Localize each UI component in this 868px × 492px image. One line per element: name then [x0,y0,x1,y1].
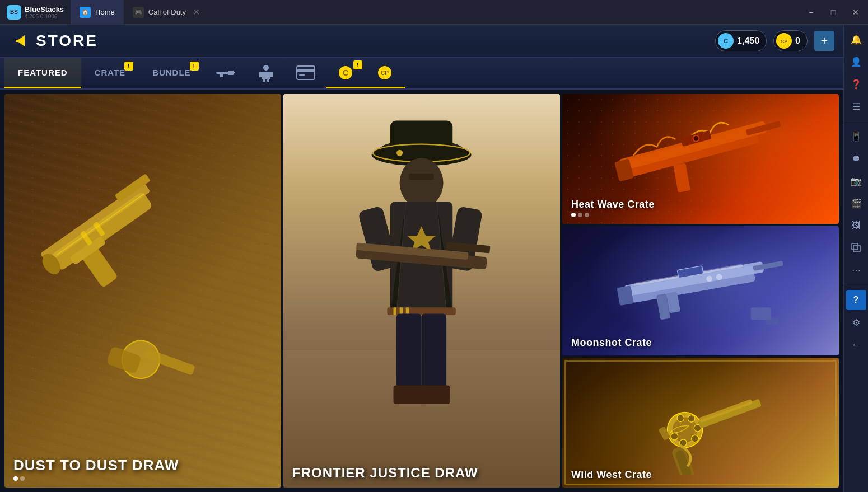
card-icon [296,65,315,80]
frontier-justice-item[interactable]: Frontier Justice Draw [283,94,560,488]
question-tool[interactable]: ? [846,290,866,310]
close-button[interactable]: ✕ [848,4,864,20]
more-tool[interactable]: ⋯ [846,260,866,280]
tab-weapon[interactable] [204,58,247,88]
tab-soldier[interactable] [247,58,285,88]
dust-to-dust-item[interactable]: DUST TO DUST DRAW [4,94,281,488]
soldier-icon [258,64,274,82]
frontier-label: Frontier Justice Draw [283,458,560,488]
hw-dot-2 [578,213,582,217]
help-tool[interactable]: ❓ [846,74,866,94]
svg-rect-46 [394,307,397,315]
svg-rect-76 [766,317,778,325]
svg-text:CP: CP [381,70,389,76]
svg-point-11 [263,65,269,71]
svg-point-9 [216,72,218,74]
moonshot-item[interactable]: Moonshot Crate [562,226,839,356]
dot-2 [20,476,25,481]
wild-west-label: Wild West Crate [562,462,839,488]
phone-tool[interactable]: 📱 [846,126,866,146]
sidebar-divider-2 [844,285,868,285]
svg-rect-42 [409,174,435,180]
heat-wave-label: Heat Wave Crate [562,192,839,224]
cp-amount: 0 [795,36,800,46]
moonshot-label: Moonshot Crate [562,330,839,355]
weapon-icon [216,66,236,79]
dust-weapon-svg [18,133,268,448]
copy-tool[interactable] [846,238,866,258]
tab-coins[interactable]: C ! [326,58,365,88]
dot-1 [13,476,18,481]
bell-tool[interactable]: 🔔 [846,29,866,49]
menu-tool[interactable]: ☰ [846,96,866,116]
tab-home[interactable]: 🏠 Home [71,0,124,24]
maximize-button[interactable]: □ [825,4,841,20]
cod-tab-close[interactable]: ✕ [193,7,200,17]
svg-rect-45 [388,307,456,315]
back-tool[interactable]: ← [846,335,866,355]
screenshot-tool[interactable]: 📷 [846,171,866,191]
back-arrow-icon [12,33,28,49]
svg-rect-1 [16,40,24,42]
tab-cod[interactable]: 🎮 Call of Duty ✕ [124,0,209,24]
moonshot-title: Moonshot Crate [571,337,830,349]
svg-rect-13 [259,72,263,77]
add-currency-button[interactable]: + [814,31,834,51]
tab-bundle[interactable]: BUNDLE ! [139,58,204,88]
cod-currency-badge: C 1,450 [715,30,767,51]
svg-text:C: C [724,38,728,44]
svg-rect-51 [394,385,423,404]
store-back-button[interactable] [9,30,31,52]
store-currency: C 1,450 CP 0 + [715,30,834,51]
svg-rect-91 [852,243,858,250]
record-tool[interactable]: ⏺ [846,148,866,168]
frontier-title: Frontier Justice Draw [292,465,551,481]
tab-featured[interactable]: FEATURED [4,58,81,88]
app-area: STORE C 1,450 [0,25,868,492]
cod-tab-icon: 🎮 [133,7,144,18]
minimize-button[interactable]: − [803,4,819,20]
tab-cp[interactable]: CP [365,58,405,88]
svg-rect-17 [297,66,315,79]
svg-rect-50 [422,313,447,395]
frontier-character-svg [311,102,532,476]
svg-point-40 [396,150,403,156]
svg-rect-12 [262,72,270,79]
gallery-tool[interactable]: 🖼 [846,215,866,236]
store-content: DUST TO DUST DRAW [0,90,843,492]
svg-rect-49 [396,313,422,395]
svg-point-41 [400,158,444,208]
dust-label: DUST TO DUST DRAW [4,450,281,488]
svg-rect-18 [297,69,315,72]
title-bar: BS BlueStacks 4.205.0.1006 🏠 Home 🎮 Call… [0,0,868,25]
heat-wave-dots [571,213,830,217]
svg-rect-8 [220,74,223,77]
right-sidebar: 🔔 👤 ❓ ☰ 📱 ⏺ 📷 🎬 🖼 ⋯ ? ⚙ ← [843,25,868,492]
wild-west-title: Wild West Crate [571,469,830,481]
profile-tool[interactable]: 👤 [846,51,866,72]
wild-west-item[interactable]: Wild West Crate [562,358,839,488]
cp-currency-badge: CP 0 [773,30,808,51]
coins-alert-badge: ! [353,60,362,69]
heat-wave-title: Heat Wave Crate [571,199,830,210]
crate-alert-badge: ! [124,62,133,71]
svg-rect-15 [263,79,265,82]
right-column: Heat Wave Crate [562,94,839,488]
moonshot-weapon-svg [571,232,830,343]
heat-wave-item[interactable]: Heat Wave Crate [562,94,839,224]
video-tool[interactable]: 🎬 [846,193,866,213]
svg-rect-52 [421,385,450,404]
featured-label: FEATURED [18,68,68,77]
dust-dots [13,476,272,481]
tab-crate[interactable]: CRATE ! [81,58,139,88]
bluestacks-icon: BS [7,5,21,20]
wild-west-weapon-svg [576,364,825,475]
tab-card[interactable] [285,58,326,88]
cp-currency-icon: CP [776,33,792,49]
bundle-label: BUNDLE [152,68,191,77]
cod-currency-icon: C [718,33,734,49]
dust-title: DUST TO DUST DRAW [13,457,272,474]
home-tab-icon: 🏠 [80,7,91,18]
settings-tool[interactable]: ⚙ [846,312,866,332]
title-bar-right: − □ ✕ [803,4,868,20]
